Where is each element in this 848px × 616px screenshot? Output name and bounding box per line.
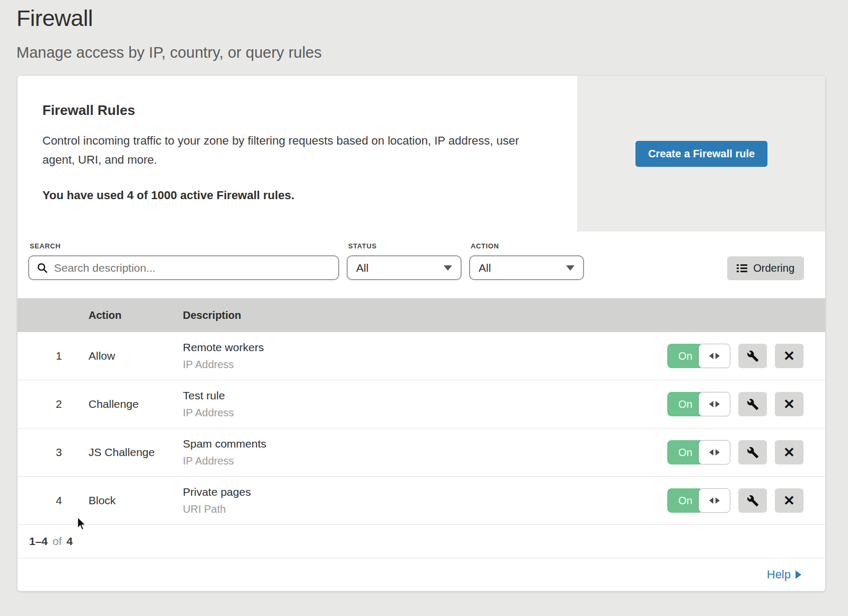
help-link-label: Help bbox=[767, 568, 791, 582]
status-selected-value: All bbox=[356, 262, 368, 274]
action-column-header: Action bbox=[89, 309, 183, 322]
rule-description: Test rule bbox=[183, 389, 645, 402]
rules-usage-note: You have used 4 of 1000 active Firewall … bbox=[42, 189, 545, 202]
delete-rule-button[interactable]: ✕ bbox=[775, 344, 803, 368]
wrench-icon bbox=[747, 398, 759, 410]
search-label: SEARCH bbox=[30, 242, 339, 250]
chevron-down-icon bbox=[566, 265, 575, 271]
rule-description-cell: Remote workers IP Address bbox=[183, 341, 645, 371]
rule-match-type: IP Address bbox=[183, 359, 645, 371]
x-icon: ✕ bbox=[783, 349, 795, 363]
search-icon bbox=[37, 262, 48, 274]
toggle-on-label: On bbox=[667, 344, 703, 368]
ordered-list-icon bbox=[737, 264, 747, 272]
description-column-header: Description bbox=[183, 309, 645, 322]
x-icon: ✕ bbox=[783, 445, 795, 459]
toggle-on-label: On bbox=[667, 488, 703, 513]
toggle-on-label: On bbox=[667, 392, 703, 416]
status-label: STATUS bbox=[348, 242, 462, 250]
ordering-button[interactable]: Ordering bbox=[727, 256, 804, 280]
help-link[interactable]: Help bbox=[767, 568, 801, 582]
rule-enabled-toggle[interactable]: On bbox=[667, 440, 730, 465]
rule-controls: On ✕ bbox=[645, 440, 825, 465]
left-right-arrows-icon[interactable] bbox=[699, 488, 730, 513]
rule-enabled-toggle[interactable]: On bbox=[667, 488, 730, 513]
page-title: Firewall bbox=[16, 5, 848, 31]
rule-match-type: IP Address bbox=[183, 455, 645, 467]
rule-match-type: URI Path bbox=[183, 503, 645, 515]
edit-rule-button[interactable] bbox=[738, 344, 767, 368]
rule-controls: On ✕ bbox=[645, 488, 825, 513]
wrench-icon bbox=[747, 495, 759, 507]
rule-action: JS Challenge bbox=[89, 446, 183, 459]
rule-description: Spam comments bbox=[183, 438, 645, 450]
rules-summary-section: Firewall Rules Control incoming traffic … bbox=[17, 76, 825, 231]
create-firewall-rule-button[interactable]: Create a Firewall rule bbox=[635, 141, 767, 167]
mouse-cursor bbox=[75, 516, 89, 532]
table-header: Action Description bbox=[17, 298, 825, 332]
delete-rule-button[interactable]: ✕ bbox=[775, 440, 803, 465]
rule-action: Challenge bbox=[89, 398, 183, 410]
table-row: 4 Block Private pages URI Path On ✕ bbox=[17, 477, 825, 525]
rule-description-cell: Test rule IP Address bbox=[183, 389, 645, 419]
table-row: 1 Allow Remote workers IP Address On bbox=[17, 332, 825, 380]
table-body: 1 Allow Remote workers IP Address On bbox=[17, 332, 825, 525]
status-filter-group: STATUS All bbox=[347, 242, 462, 280]
pagination-total: 4 bbox=[67, 535, 73, 548]
rule-enabled-toggle[interactable]: On bbox=[667, 392, 730, 416]
search-filter-group: SEARCH bbox=[28, 242, 339, 280]
rule-priority: 3 bbox=[29, 446, 89, 459]
rule-action: Block bbox=[89, 494, 183, 507]
page-header: Firewall Manage access by IP, country, o… bbox=[0, 0, 848, 61]
rules-heading: Firewall Rules bbox=[42, 102, 545, 119]
rule-controls: On ✕ bbox=[645, 344, 825, 368]
pagination: 1–4 of 4 bbox=[17, 525, 825, 558]
rule-description-cell: Private pages URI Path bbox=[183, 486, 645, 515]
action-selected-value: All bbox=[479, 262, 491, 274]
search-box[interactable] bbox=[28, 255, 339, 280]
search-input[interactable] bbox=[54, 262, 331, 274]
table-row: 3 JS Challenge Spam comments IP Address … bbox=[17, 428, 825, 477]
page-subtitle: Manage access by IP, country, or query r… bbox=[16, 44, 848, 61]
x-icon: ✕ bbox=[783, 494, 795, 507]
edit-rule-button[interactable] bbox=[738, 392, 767, 416]
rules-summary-text: Firewall Rules Control incoming traffic … bbox=[17, 76, 578, 231]
left-right-arrows-icon[interactable] bbox=[699, 392, 730, 416]
wrench-icon bbox=[747, 447, 759, 459]
left-right-arrows-icon[interactable] bbox=[699, 440, 730, 465]
create-rule-panel: Create a Firewall rule bbox=[578, 76, 825, 231]
wrench-icon bbox=[747, 350, 759, 362]
action-label: ACTION bbox=[471, 242, 584, 250]
pagination-of: of bbox=[52, 535, 62, 548]
edit-rule-button[interactable] bbox=[738, 488, 767, 513]
rule-priority: 1 bbox=[29, 350, 89, 362]
delete-rule-button[interactable]: ✕ bbox=[775, 488, 803, 513]
chevron-down-icon bbox=[444, 265, 452, 271]
left-right-arrows-icon[interactable] bbox=[699, 344, 730, 368]
ordering-button-label: Ordering bbox=[753, 262, 794, 274]
status-select[interactable]: All bbox=[347, 255, 462, 280]
help-row: Help bbox=[17, 558, 825, 591]
firewall-rules-card: Firewall Rules Control incoming traffic … bbox=[17, 76, 825, 591]
edit-rule-button[interactable] bbox=[738, 440, 767, 465]
pagination-range: 1–4 bbox=[29, 535, 48, 548]
filters-bar: SEARCH STATUS All ACTION All bbox=[17, 231, 825, 298]
action-select[interactable]: All bbox=[469, 255, 584, 280]
toggle-on-label: On bbox=[667, 440, 703, 465]
x-icon: ✕ bbox=[783, 397, 795, 411]
right-triangle-icon bbox=[796, 570, 801, 579]
rule-description-cell: Spam comments IP Address bbox=[183, 438, 645, 467]
rules-description: Control incoming traffic to your zone by… bbox=[42, 131, 545, 169]
rule-action: Allow bbox=[89, 350, 183, 362]
delete-rule-button[interactable]: ✕ bbox=[775, 392, 803, 416]
rule-enabled-toggle[interactable]: On bbox=[667, 344, 730, 368]
rule-match-type: IP Address bbox=[183, 407, 645, 419]
rule-priority: 2 bbox=[29, 398, 89, 410]
rule-description: Private pages bbox=[183, 486, 645, 498]
rule-controls: On ✕ bbox=[645, 392, 825, 416]
rule-description: Remote workers bbox=[183, 341, 645, 354]
action-filter-group: ACTION All bbox=[469, 242, 584, 280]
table-row: 2 Challenge Test rule IP Address On bbox=[17, 380, 825, 428]
rule-priority: 4 bbox=[29, 494, 89, 507]
